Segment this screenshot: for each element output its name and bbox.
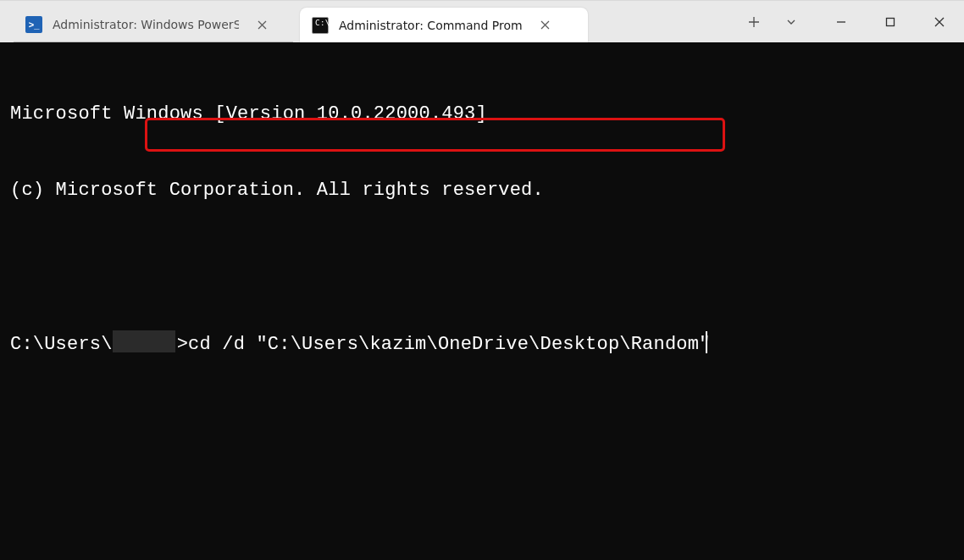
close-tab-button[interactable] (536, 16, 555, 35)
tab-label: Administrator: Windows PowerS (53, 18, 239, 31)
close-window-button[interactable] (915, 1, 964, 42)
new-tab-button[interactable] (735, 4, 773, 39)
prompt-user-redacted (113, 330, 175, 352)
tab-label: Administrator: Command Prom (339, 19, 523, 32)
svg-rect-0 (887, 18, 895, 25)
terminal-viewport[interactable]: Microsoft Windows [Version 10.0.22000.49… (0, 42, 964, 560)
cmd-icon: C:\ (312, 17, 329, 34)
terminal-prompt-line: C:\Users\>cd /d "C:\Users\kazim\OneDrive… (10, 330, 954, 358)
powershell-icon: >_ (25, 16, 42, 33)
title-bar[interactable]: >_ Administrator: Windows PowerS C:\ Adm… (0, 1, 964, 42)
maximize-button[interactable] (866, 1, 915, 42)
tab-actions (729, 1, 817, 42)
terminal-output-line: Microsoft Windows [Version 10.0.22000.49… (10, 102, 954, 127)
prompt-prefix: C:\Users\ (10, 334, 113, 355)
tab-cmd[interactable]: C:\ Administrator: Command Prom (300, 8, 588, 42)
text-cursor (706, 331, 707, 353)
terminal-blank-line (10, 254, 954, 280)
prompt-command[interactable]: cd /d "C:\Users\kazim\OneDrive\Desktop\R… (188, 334, 711, 355)
close-tab-button[interactable] (252, 15, 271, 34)
terminal-window: >_ Administrator: Windows PowerS C:\ Adm… (0, 0, 964, 560)
tab-powershell[interactable]: >_ Administrator: Windows PowerS (14, 8, 293, 42)
window-controls (817, 1, 964, 42)
tab-strip: >_ Administrator: Windows PowerS C:\ Adm… (0, 1, 729, 42)
minimize-button[interactable] (817, 1, 866, 42)
terminal-output-line: (c) Microsoft Corporation. All rights re… (10, 178, 954, 203)
prompt-gt: > (177, 334, 188, 355)
tab-dropdown-button[interactable] (773, 4, 810, 39)
